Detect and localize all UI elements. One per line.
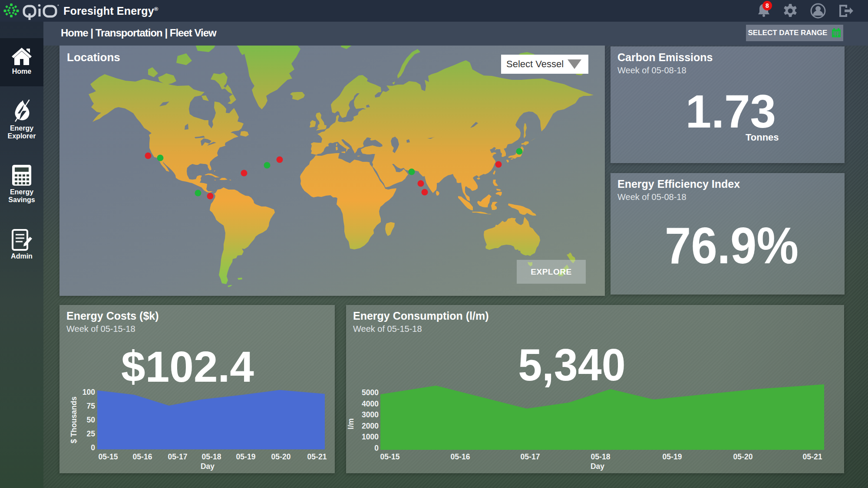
svg-text:25: 25 [87, 429, 96, 438]
svg-text:l/m: l/m [347, 418, 355, 429]
svg-text:Day: Day [201, 462, 215, 471]
svg-text:05-15: 05-15 [99, 452, 118, 461]
svg-text:4000: 4000 [362, 400, 379, 408]
svg-text:2000: 2000 [362, 422, 379, 430]
svg-text:05-17: 05-17 [521, 452, 540, 461]
svg-text:05-20: 05-20 [733, 452, 753, 461]
svg-text:05-18: 05-18 [591, 452, 611, 461]
svg-text:0: 0 [91, 443, 95, 452]
svg-text:05-20: 05-20 [271, 452, 291, 461]
svg-text:05-21: 05-21 [803, 452, 822, 461]
svg-text:3000: 3000 [362, 410, 379, 419]
svg-text:05-15: 05-15 [380, 452, 400, 461]
svg-text:5000: 5000 [362, 388, 379, 397]
svg-text:Day: Day [591, 462, 604, 471]
svg-text:05-16: 05-16 [133, 452, 152, 461]
svg-text:0: 0 [374, 444, 379, 452]
svg-text:05-16: 05-16 [451, 452, 470, 461]
svg-text:05-19: 05-19 [236, 452, 256, 461]
svg-text:100: 100 [83, 388, 95, 396]
svg-text:05-21: 05-21 [307, 452, 327, 461]
svg-text:05-18: 05-18 [202, 452, 221, 461]
svg-text:1000: 1000 [362, 432, 379, 441]
svg-text:05-19: 05-19 [663, 452, 682, 461]
svg-text:$ Thousands: $ Thousands [69, 396, 78, 443]
svg-text:50: 50 [87, 416, 96, 424]
svg-text:75: 75 [87, 402, 96, 410]
svg-text:05-17: 05-17 [168, 452, 188, 461]
